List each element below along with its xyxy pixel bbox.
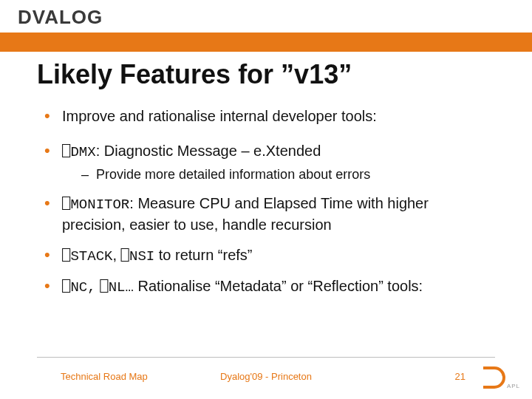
- bullet-item: Improve and rationalise internal develop…: [44, 106, 495, 126]
- footer: Technical Road Map Dyalog'09 - Princeton…: [0, 365, 532, 387]
- code-token: ⎕NC,: [62, 279, 96, 296]
- code-token: ⎕MONITOR: [62, 197, 129, 213]
- orange-band: [0, 33, 532, 52]
- bullet-text: to return “refs”: [154, 247, 252, 263]
- bullet-text: ,: [112, 247, 120, 263]
- bullet-item: ⎕STACK, ⎕NSI to return “refs”: [44, 245, 495, 267]
- footer-center-text: Dyalog'09 - Princeton: [220, 371, 312, 382]
- bullet-item: ⎕MONITOR: Measure CPU and Elapsed Time w…: [44, 194, 495, 235]
- bullet-list: Improve and rationalise internal develop…: [37, 106, 495, 298]
- code-token: ⎕DMX: [62, 144, 96, 160]
- code-token: ⎕NL…: [100, 279, 134, 296]
- logo: DVALOG: [18, 6, 103, 29]
- footer-divider: [37, 357, 495, 358]
- sub-bullet-item: Provide more detailed information about …: [81, 166, 495, 183]
- page-number: 21: [455, 371, 466, 382]
- d-shape-icon: [483, 366, 505, 389]
- apl-badge-text: APL: [507, 383, 520, 389]
- bullet-item: ⎕NC, ⎕NL… Rationalise “Metadata” or “Ref…: [44, 276, 495, 298]
- code-token: ⎕NSI: [121, 248, 155, 265]
- footer-left-text: Technical Road Map: [61, 371, 148, 382]
- bullet-text: Rationalise “Metadata” or “Reflection” t…: [134, 278, 423, 294]
- header-bar: DVALOG: [0, 0, 532, 33]
- bullet-text: : Diagnostic Message – e.Xtended: [96, 143, 321, 159]
- apl-badge-icon: APL: [482, 364, 522, 392]
- bullet-text: Improve and rationalise internal develop…: [62, 108, 377, 124]
- sub-list: Provide more detailed information about …: [62, 166, 495, 183]
- slide-content: Likely Features for ”v13” Improve and ra…: [0, 52, 532, 298]
- bullet-item: ⎕DMX: Diagnostic Message – e.Xtended Pro…: [44, 141, 495, 183]
- sub-bullet-text: Provide more detailed information about …: [96, 167, 370, 182]
- page-title: Likely Features for ”v13”: [37, 59, 495, 90]
- code-token: ⎕STACK: [62, 248, 112, 265]
